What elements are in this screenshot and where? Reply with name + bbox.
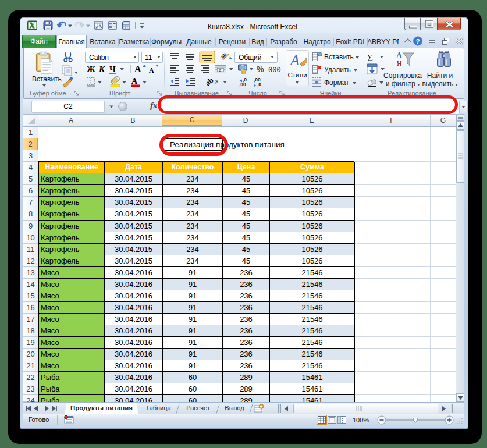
svg-text:ab: ab (204, 77, 215, 87)
svg-text:%: % (257, 65, 264, 74)
svg-text:A: A (289, 52, 300, 69)
svg-text:000: 000 (268, 66, 281, 74)
svg-text:?: ? (415, 38, 420, 45)
svg-text:a: a (219, 68, 222, 72)
svg-text:К: К (98, 65, 105, 74)
svg-text:A: A (134, 64, 141, 74)
svg-text:Я: Я (396, 59, 402, 68)
svg-text:A: A (131, 77, 138, 86)
svg-text:,00: ,00 (239, 81, 246, 87)
svg-text:Ж: Ж (87, 65, 95, 74)
svg-text:,0: ,0 (257, 81, 261, 87)
svg-text:A: A (149, 66, 154, 74)
svg-text:ab: ab (219, 51, 228, 60)
svg-text:А: А (396, 51, 403, 60)
svg-text:Ч: Ч (109, 65, 116, 74)
